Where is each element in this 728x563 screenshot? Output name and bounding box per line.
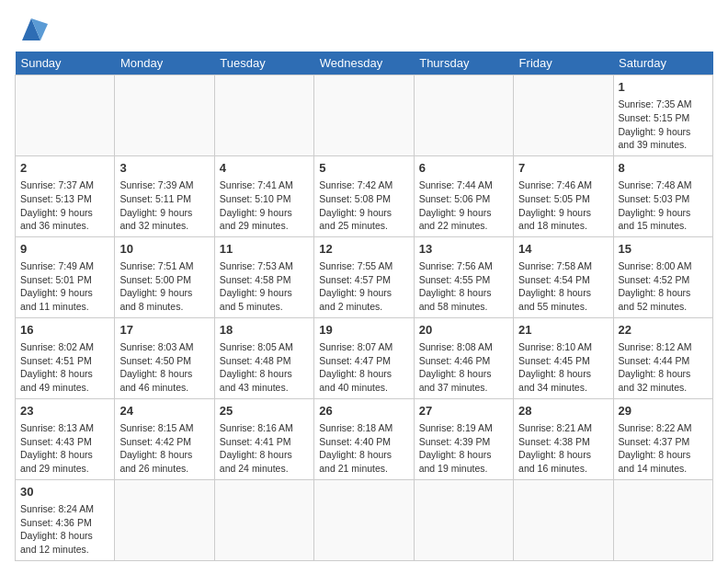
calendar-cell: 13Sunrise: 7:56 AM Sunset: 4:55 PM Dayli… <box>414 236 513 317</box>
day-number: 30 <box>20 484 109 500</box>
calendar-cell: 25Sunrise: 8:16 AM Sunset: 4:41 PM Dayli… <box>214 398 313 479</box>
day-info: Sunrise: 8:15 AM Sunset: 4:42 PM Dayligh… <box>119 421 209 476</box>
day-info: Sunrise: 7:35 AM Sunset: 5:15 PM Dayligh… <box>619 98 708 152</box>
calendar-cell: 19Sunrise: 8:07 AM Sunset: 4:47 PM Dayli… <box>314 317 414 398</box>
day-of-week-friday: Friday <box>514 52 613 75</box>
calendar-cell: 16Sunrise: 8:02 AM Sunset: 4:51 PM Dayli… <box>16 317 115 398</box>
day-info: Sunrise: 8:03 AM Sunset: 4:50 PM Dayligh… <box>119 340 209 395</box>
day-of-week-wednesday: Wednesday <box>314 52 414 75</box>
day-number: 10 <box>119 241 209 258</box>
calendar-cell <box>514 479 613 560</box>
day-number: 21 <box>518 322 608 339</box>
calendar-cell: 5Sunrise: 7:42 AM Sunset: 5:08 PM Daylig… <box>314 155 414 236</box>
calendar-cell: 28Sunrise: 8:21 AM Sunset: 4:38 PM Dayli… <box>514 398 613 479</box>
calendar-week-1: 2Sunrise: 7:37 AM Sunset: 5:13 PM Daylig… <box>16 155 713 236</box>
day-number: 20 <box>419 322 508 339</box>
day-info: Sunrise: 8:19 AM Sunset: 4:39 PM Dayligh… <box>419 421 508 476</box>
day-number: 24 <box>119 403 209 419</box>
day-number: 5 <box>319 160 408 177</box>
calendar-cell <box>214 479 313 560</box>
calendar-week-2: 9Sunrise: 7:49 AM Sunset: 5:01 PM Daylig… <box>16 236 713 317</box>
day-info: Sunrise: 7:41 AM Sunset: 5:10 PM Dayligh… <box>220 178 309 233</box>
calendar-cell: 27Sunrise: 8:19 AM Sunset: 4:39 PM Dayli… <box>414 398 513 479</box>
calendar-cell <box>414 479 513 560</box>
day-info: Sunrise: 8:07 AM Sunset: 4:47 PM Dayligh… <box>319 340 408 395</box>
day-info: Sunrise: 8:13 AM Sunset: 4:43 PM Dayligh… <box>20 421 109 476</box>
calendar-week-4: 23Sunrise: 8:13 AM Sunset: 4:43 PM Dayli… <box>16 398 713 479</box>
day-info: Sunrise: 7:39 AM Sunset: 5:11 PM Dayligh… <box>119 178 209 233</box>
day-info: Sunrise: 7:56 AM Sunset: 4:55 PM Dayligh… <box>419 259 508 314</box>
day-number: 3 <box>119 160 209 177</box>
calendar-cell <box>214 75 313 156</box>
day-number: 23 <box>20 403 109 419</box>
calendar-cell <box>414 75 513 156</box>
day-info: Sunrise: 8:10 AM Sunset: 4:45 PM Dayligh… <box>518 340 608 395</box>
day-info: Sunrise: 7:49 AM Sunset: 5:01 PM Dayligh… <box>20 259 109 314</box>
calendar-week-5: 30Sunrise: 8:24 AM Sunset: 4:36 PM Dayli… <box>16 479 713 560</box>
calendar-cell <box>514 75 613 156</box>
calendar-cell: 8Sunrise: 7:48 AM Sunset: 5:03 PM Daylig… <box>613 155 712 236</box>
calendar-cell: 7Sunrise: 7:46 AM Sunset: 5:05 PM Daylig… <box>514 155 613 236</box>
day-of-week-sunday: Sunday <box>16 52 115 75</box>
day-info: Sunrise: 8:05 AM Sunset: 4:48 PM Dayligh… <box>220 340 309 395</box>
calendar-cell <box>314 75 414 156</box>
logo-icon <box>15 15 48 42</box>
day-number: 25 <box>220 403 309 419</box>
calendar-cell: 26Sunrise: 8:18 AM Sunset: 4:40 PM Dayli… <box>314 398 414 479</box>
day-number: 7 <box>518 160 608 177</box>
calendar-cell: 9Sunrise: 7:49 AM Sunset: 5:01 PM Daylig… <box>16 236 115 317</box>
day-info: Sunrise: 8:22 AM Sunset: 4:37 PM Dayligh… <box>619 421 708 476</box>
day-info: Sunrise: 7:44 AM Sunset: 5:06 PM Dayligh… <box>419 178 508 233</box>
day-number: 27 <box>419 403 508 419</box>
calendar-cell: 15Sunrise: 8:00 AM Sunset: 4:52 PM Dayli… <box>613 236 712 317</box>
day-number: 18 <box>220 322 309 339</box>
calendar-cell <box>115 479 214 560</box>
calendar-cell: 23Sunrise: 8:13 AM Sunset: 4:43 PM Dayli… <box>16 398 115 479</box>
day-info: Sunrise: 8:16 AM Sunset: 4:41 PM Dayligh… <box>220 421 309 476</box>
day-info: Sunrise: 7:48 AM Sunset: 5:03 PM Dayligh… <box>619 178 708 233</box>
day-number: 16 <box>20 322 109 339</box>
calendar-cell: 3Sunrise: 7:39 AM Sunset: 5:11 PM Daylig… <box>115 155 214 236</box>
calendar-cell: 20Sunrise: 8:08 AM Sunset: 4:46 PM Dayli… <box>414 317 513 398</box>
calendar-cell: 18Sunrise: 8:05 AM Sunset: 4:48 PM Dayli… <box>214 317 313 398</box>
calendar-cell: 11Sunrise: 7:53 AM Sunset: 4:58 PM Dayli… <box>214 236 313 317</box>
day-number: 4 <box>220 160 309 177</box>
day-number: 26 <box>319 403 408 419</box>
day-info: Sunrise: 8:08 AM Sunset: 4:46 PM Dayligh… <box>419 340 508 395</box>
calendar-cell: 24Sunrise: 8:15 AM Sunset: 4:42 PM Dayli… <box>115 398 214 479</box>
day-info: Sunrise: 7:55 AM Sunset: 4:57 PM Dayligh… <box>319 259 408 314</box>
day-of-week-saturday: Saturday <box>613 52 712 75</box>
calendar-cell: 14Sunrise: 7:58 AM Sunset: 4:54 PM Dayli… <box>514 236 613 317</box>
day-number: 14 <box>518 241 608 258</box>
day-info: Sunrise: 7:46 AM Sunset: 5:05 PM Dayligh… <box>518 178 608 233</box>
calendar-cell: 2Sunrise: 7:37 AM Sunset: 5:13 PM Daylig… <box>16 155 115 236</box>
calendar-cell: 6Sunrise: 7:44 AM Sunset: 5:06 PM Daylig… <box>414 155 513 236</box>
day-number: 22 <box>619 322 708 339</box>
days-header-row: SundayMondayTuesdayWednesdayThursdayFrid… <box>16 52 713 75</box>
day-number: 6 <box>419 160 508 177</box>
calendar-body: 1Sunrise: 7:35 AM Sunset: 5:15 PM Daylig… <box>16 75 713 561</box>
calendar-cell: 22Sunrise: 8:12 AM Sunset: 4:44 PM Dayli… <box>613 317 712 398</box>
day-number: 2 <box>20 160 109 177</box>
calendar-cell: 10Sunrise: 7:51 AM Sunset: 5:00 PM Dayli… <box>115 236 214 317</box>
day-of-week-tuesday: Tuesday <box>214 52 313 75</box>
calendar-cell: 17Sunrise: 8:03 AM Sunset: 4:50 PM Dayli… <box>115 317 214 398</box>
day-info: Sunrise: 7:42 AM Sunset: 5:08 PM Dayligh… <box>319 178 408 233</box>
calendar-cell: 1Sunrise: 7:35 AM Sunset: 5:15 PM Daylig… <box>613 75 712 156</box>
day-info: Sunrise: 7:51 AM Sunset: 5:00 PM Dayligh… <box>119 259 209 314</box>
calendar-cell: 29Sunrise: 8:22 AM Sunset: 4:37 PM Dayli… <box>613 398 712 479</box>
day-info: Sunrise: 7:53 AM Sunset: 4:58 PM Dayligh… <box>220 259 309 314</box>
calendar-cell: 30Sunrise: 8:24 AM Sunset: 4:36 PM Dayli… <box>16 479 115 560</box>
day-number: 29 <box>619 403 708 419</box>
day-info: Sunrise: 8:00 AM Sunset: 4:52 PM Dayligh… <box>619 259 708 314</box>
calendar-cell <box>16 75 115 156</box>
calendar-table: SundayMondayTuesdayWednesdayThursdayFrid… <box>15 52 713 561</box>
day-info: Sunrise: 7:58 AM Sunset: 4:54 PM Dayligh… <box>518 259 608 314</box>
day-number: 19 <box>319 322 408 339</box>
calendar-cell: 21Sunrise: 8:10 AM Sunset: 4:45 PM Dayli… <box>514 317 613 398</box>
calendar-cell <box>115 75 214 156</box>
day-number: 9 <box>20 241 109 258</box>
day-number: 11 <box>220 241 309 258</box>
calendar-week-3: 16Sunrise: 8:02 AM Sunset: 4:51 PM Dayli… <box>16 317 713 398</box>
day-of-week-thursday: Thursday <box>414 52 513 75</box>
